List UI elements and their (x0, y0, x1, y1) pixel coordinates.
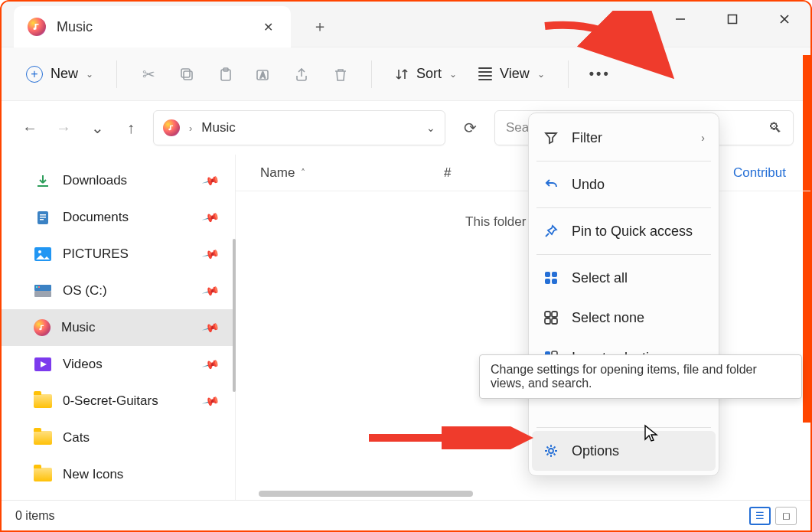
music-icon (28, 18, 46, 36)
sidebar-item-cats[interactable]: Cats (2, 419, 235, 456)
cursor-icon (643, 424, 660, 444)
svg-rect-27 (545, 318, 550, 324)
svg-rect-24 (552, 279, 557, 284)
menu-select-all[interactable]: Select all (529, 258, 719, 298)
column-index[interactable]: # (444, 165, 474, 181)
up-button[interactable]: ↑ (119, 116, 142, 139)
svg-rect-19 (38, 286, 40, 288)
sidebar-item-documents[interactable]: Documents 📌 (2, 199, 235, 236)
menu-label: Select none (572, 310, 644, 326)
copy-icon[interactable] (171, 58, 203, 90)
address-bar[interactable]: › Music ⌄ (153, 110, 445, 145)
svg-rect-23 (545, 279, 550, 284)
document-icon (34, 208, 52, 227)
paste-icon[interactable] (209, 58, 241, 90)
sidebar-item-label: Cats (63, 430, 90, 446)
sidebar-item-os-c[interactable]: OS (C:) 📌 (2, 273, 235, 309)
separator (568, 60, 569, 88)
column-name[interactable]: Name ˄ (260, 165, 413, 181)
sidebar-item-videos[interactable]: Videos 📌 (2, 346, 235, 383)
sort-button[interactable]: Sort ⌄ (387, 61, 465, 86)
sidebar-item-secret-guitars[interactable]: 0-Secret-Guitars 📌 (2, 383, 235, 419)
recent-button[interactable]: ⌄ (86, 116, 109, 139)
menu-options[interactable]: Options (532, 431, 716, 471)
folder-icon (34, 468, 52, 481)
icons-view-button[interactable]: ◻ (775, 507, 797, 525)
horizontal-scrollbar[interactable] (259, 491, 803, 498)
chevron-down-icon: ⌄ (537, 69, 545, 80)
menu-select-none[interactable]: Select none (529, 298, 719, 338)
pin-icon: 📌 (201, 171, 220, 190)
sidebar-item-label: 0-Secret-Guitars (63, 393, 158, 409)
menu-separator (536, 207, 711, 208)
svg-rect-11 (40, 214, 46, 216)
svg-rect-16 (34, 291, 51, 297)
list-icon (478, 67, 492, 80)
music-icon (34, 319, 51, 336)
sidebar-item-downloads[interactable]: Downloads 📌 (2, 162, 235, 199)
item-count: 0 items (15, 509, 55, 523)
sidebar-item-label: OS (C:) (63, 283, 107, 299)
toolbar: + New ⌄ ✂ A Sort ⌄ View ⌄ ••• (2, 47, 810, 101)
address-dropdown[interactable]: ⌄ (426, 122, 435, 134)
share-icon[interactable] (285, 58, 318, 90)
pin-icon (543, 223, 559, 240)
more-context-menu: Filter › Undo Pin to Quick access Select… (528, 113, 719, 476)
undo-icon (543, 176, 559, 193)
new-label: New (51, 66, 78, 82)
select-all-icon (543, 269, 559, 286)
sort-label: Sort (416, 66, 442, 82)
maximize-button[interactable] (706, 2, 758, 37)
menu-filter[interactable]: Filter › (529, 118, 719, 158)
sidebar-item-label: Documents (63, 210, 129, 225)
forward-button[interactable]: → (52, 116, 75, 139)
videos-icon (34, 355, 52, 374)
svg-rect-18 (36, 286, 38, 288)
column-contributing[interactable]: Contribut (733, 165, 786, 181)
menu-label: Undo (572, 177, 605, 193)
new-button[interactable]: + New ⌄ (18, 61, 101, 87)
close-button[interactable] (758, 2, 810, 37)
menu-separator (536, 254, 711, 255)
menu-undo[interactable]: Undo (529, 165, 719, 204)
view-button[interactable]: View ⌄ (471, 61, 553, 86)
refresh-button[interactable]: ⟳ (456, 114, 484, 142)
details-view-button[interactable]: ☰ (749, 507, 771, 525)
back-button[interactable]: ← (18, 116, 41, 139)
pin-icon: 📌 (201, 391, 220, 410)
sort-indicator-icon: ˄ (301, 168, 305, 178)
tab-music[interactable]: Music ✕ (14, 6, 291, 47)
gear-icon (543, 442, 559, 459)
sidebar-item-music[interactable]: Music 📌 (2, 309, 235, 346)
filter-icon (543, 129, 559, 146)
svg-rect-1 (729, 15, 737, 24)
svg-rect-5 (181, 69, 190, 77)
sidebar-item-label: PICTURES (63, 246, 129, 262)
menu-label: Filter (572, 130, 602, 146)
pin-icon: 📌 (201, 244, 220, 263)
new-tab-button[interactable]: ＋ (309, 15, 331, 37)
svg-rect-13 (40, 219, 44, 220)
sidebar-item-pictures[interactable]: PICTURES 📌 (2, 236, 235, 273)
cut-icon[interactable]: ✂ (132, 58, 165, 90)
empty-folder-text: This folder is empty. (236, 214, 810, 230)
menu-pin[interactable]: Pin to Quick access (529, 211, 719, 251)
pin-icon: 📌 (201, 318, 220, 337)
menu-label: Pin to Quick access (572, 224, 693, 240)
close-tab-icon[interactable]: ✕ (259, 18, 277, 36)
column-label: Name (260, 165, 295, 181)
music-icon (163, 119, 180, 136)
minimize-button[interactable] (654, 2, 706, 37)
rename-icon[interactable]: A (247, 58, 279, 90)
pin-icon: 📌 (201, 281, 220, 300)
delete-icon[interactable] (324, 58, 356, 90)
plus-circle-icon: + (26, 66, 43, 83)
breadcrumb[interactable]: Music (201, 120, 235, 135)
select-none-icon (543, 309, 559, 326)
view-toggles: ☰ ◻ (749, 507, 797, 525)
chevron-right-icon: › (701, 132, 705, 144)
more-button[interactable]: ••• (584, 58, 616, 90)
sidebar-item-new-icons[interactable]: New Icons (2, 456, 235, 493)
menu-separator (536, 427, 711, 428)
svg-point-33 (549, 449, 553, 453)
